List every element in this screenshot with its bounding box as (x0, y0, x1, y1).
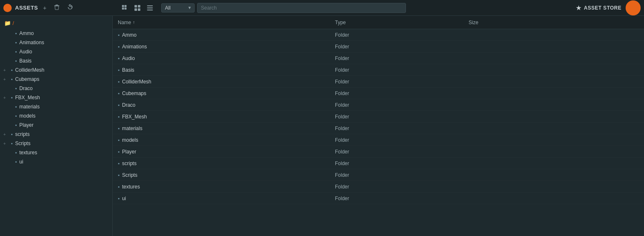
table-row[interactable]: ▪ textures Folder (113, 181, 644, 193)
asset-store-button[interactable]: ★ ASSET STORE (576, 5, 621, 11)
table-row[interactable]: ▪ materials Folder (113, 123, 644, 134)
file-type-cell: Folder (330, 172, 464, 178)
file-type-cell: Folder (330, 67, 464, 73)
sidebar-item[interactable]: ▪Animations (0, 38, 112, 47)
file-type-cell: Folder (330, 149, 464, 155)
folder-icon: ▪ (118, 196, 119, 201)
sidebar-item[interactable]: ▪models (0, 111, 112, 121)
user-avatar[interactable] (626, 0, 641, 15)
sidebar-item-label: textures (19, 150, 37, 156)
file-name: materials (122, 126, 142, 131)
add-button[interactable]: + (41, 4, 48, 12)
folder-icon: ▪ (11, 67, 13, 73)
sidebar-item-label: Ammo (19, 30, 34, 36)
folder-icon: ▪ (15, 49, 17, 55)
table-row[interactable]: ▪ Draco Folder (113, 99, 644, 111)
table-row[interactable]: ▪ Audio Folder (113, 53, 644, 64)
table-row[interactable]: ▪ Ammo Folder (113, 29, 644, 41)
file-name: Cubemaps (122, 90, 146, 96)
file-list: ▪ Ammo Folder ▪ Animations Folder ▪ Audi… (113, 29, 644, 236)
file-name-cell: ▪ models (113, 137, 330, 143)
col-name-label: Name (118, 20, 131, 25)
table-row[interactable]: ▪ Cubemaps Folder (113, 88, 644, 99)
sidebar-item[interactable]: ▪Player (0, 121, 112, 130)
file-name-cell: ▪ FBX_Mesh (113, 114, 330, 120)
sidebar-item[interactable]: ▪Basis (0, 56, 112, 65)
folder-icon: ▪ (118, 184, 119, 190)
search-input[interactable] (197, 3, 406, 13)
grid-large-view-btn[interactable] (132, 3, 143, 13)
file-name-cell: ▪ Draco (113, 102, 330, 108)
file-name-cell: ▪ ui (113, 196, 330, 201)
file-type-cell: Folder (330, 137, 464, 143)
sidebar-item-label: Cubemaps (15, 76, 39, 82)
file-type-cell: Folder (330, 102, 464, 108)
sidebar-item[interactable]: +▪Cubemaps (0, 75, 112, 84)
svg-rect-11 (147, 8, 153, 8)
sort-arrow-icon: ↑ (133, 20, 135, 25)
table-row[interactable]: ▪ ColliderMesh Folder (113, 76, 644, 88)
sidebar-item[interactable]: +▪Scripts (0, 139, 112, 148)
svg-rect-4 (122, 8, 124, 10)
breadcrumb[interactable]: 📁 / (0, 18, 112, 29)
filter-label: All (165, 5, 170, 11)
sidebar-item-label: Scripts (15, 141, 30, 146)
grid-small-view-btn[interactable] (119, 3, 130, 13)
table-row[interactable]: ▪ models Folder (113, 134, 644, 146)
file-name: models (122, 137, 138, 143)
table-row[interactable]: ▪ FBX_Mesh Folder (113, 111, 644, 123)
file-name: Basis (122, 67, 134, 73)
table-row[interactable]: ▪ Basis Folder (113, 64, 644, 76)
expand-arrow-icon: + (3, 77, 8, 82)
list-view-btn[interactable] (145, 3, 155, 13)
file-name-cell: ▪ Animations (113, 44, 330, 50)
col-header-name[interactable]: Name ↑ (113, 20, 330, 25)
expand-arrow-icon: + (3, 95, 8, 100)
sidebar-item[interactable]: ▪Audio (0, 47, 112, 56)
sidebar-item-label: ColliderMesh (15, 67, 44, 73)
folder-icon: ▪ (118, 44, 119, 50)
folder-icon: ▪ (11, 76, 13, 82)
sidebar-item[interactable]: +▪scripts (0, 130, 112, 139)
table-row[interactable]: ▪ ui Folder (113, 193, 644, 204)
sidebar: 📁 / ▪Ammo▪Animations▪Audio▪Basis+▪Collid… (0, 16, 113, 236)
folder-icon: ▪ (118, 126, 119, 131)
refresh-button[interactable] (66, 3, 75, 12)
expand-arrow-icon: + (3, 132, 8, 137)
folder-icon: ▪ (11, 131, 13, 137)
file-name: scripts (122, 161, 137, 166)
sidebar-item[interactable]: ▪textures (0, 148, 112, 157)
assets-title: ASSETS (15, 5, 38, 11)
sidebar-item-label: Player (19, 122, 33, 128)
table-row[interactable]: ▪ scripts Folder (113, 158, 644, 169)
file-name: FBX_Mesh (122, 114, 147, 120)
delete-button[interactable] (52, 3, 61, 12)
col-header-size[interactable]: Size (464, 20, 644, 25)
table-row[interactable]: ▪ Animations Folder (113, 41, 644, 53)
svg-rect-9 (138, 8, 140, 11)
col-header-type[interactable]: Type (330, 20, 464, 25)
sidebar-item[interactable]: +▪ColliderMesh (0, 65, 112, 75)
sidebar-item[interactable]: ▪ui (0, 157, 112, 166)
folder-icon: ▪ (118, 114, 119, 120)
sidebar-item[interactable]: +▪FBX_Mesh (0, 93, 112, 102)
file-type-cell: Folder (330, 126, 464, 131)
top-bar: ASSETS + (0, 0, 644, 16)
folder-icon: ▪ (118, 172, 119, 178)
sidebar-item[interactable]: ▪Ammo (0, 29, 112, 38)
folder-icon: ▪ (118, 161, 119, 166)
filter-dropdown[interactable]: All ▼ (161, 3, 195, 13)
folder-icon: ▪ (118, 90, 119, 96)
table-row[interactable]: ▪ Scripts Folder (113, 169, 644, 181)
file-name: Draco (122, 102, 135, 108)
file-type-cell: Folder (330, 161, 464, 166)
svg-rect-2 (122, 5, 124, 7)
dropdown-arrow-icon: ▼ (188, 5, 192, 10)
file-type-cell: Folder (330, 90, 464, 96)
sidebar-item[interactable]: ▪materials (0, 102, 112, 111)
folder-icon: ▪ (118, 55, 119, 61)
table-row[interactable]: ▪ Player Folder (113, 146, 644, 158)
folder-icon: ▪ (15, 122, 17, 128)
sidebar-item[interactable]: ▪Draco (0, 84, 112, 93)
top-bar-center: All ▼ (119, 3, 573, 13)
